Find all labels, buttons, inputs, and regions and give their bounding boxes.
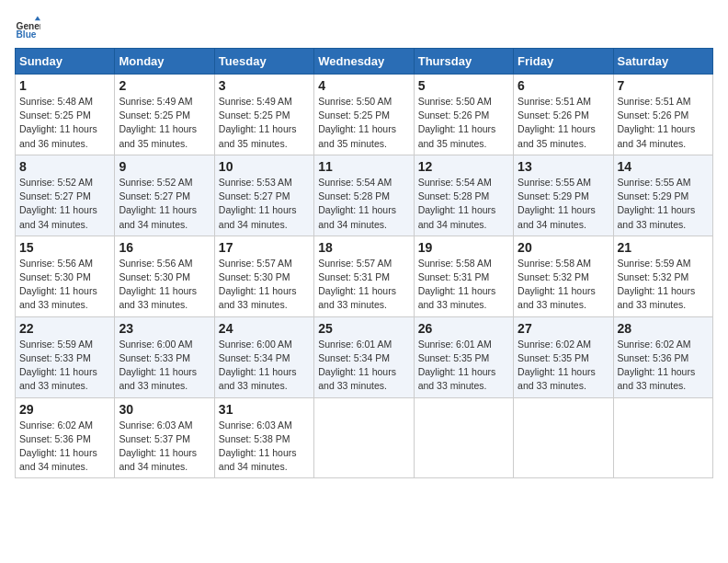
day-detail: Sunrise: 6:00 AMSunset: 5:33 PMDaylight:… [119, 339, 197, 392]
calendar-cell: 27 Sunrise: 6:02 AMSunset: 5:35 PMDaylig… [514, 316, 613, 397]
logo-icon: General Blue [15, 15, 40, 40]
calendar-week-2: 8 Sunrise: 5:52 AMSunset: 5:27 PMDayligh… [16, 155, 713, 236]
calendar-cell: 4 Sunrise: 5:50 AMSunset: 5:25 PMDayligh… [314, 75, 414, 155]
day-number: 11 [318, 159, 409, 174]
calendar-cell: 17 Sunrise: 5:57 AMSunset: 5:30 PMDaylig… [214, 236, 313, 316]
calendar-cell: 1 Sunrise: 5:48 AMSunset: 5:25 PMDayligh… [16, 75, 115, 155]
day-detail: Sunrise: 6:00 AMSunset: 5:34 PMDaylight:… [219, 339, 297, 392]
calendar-cell: 22 Sunrise: 5:59 AMSunset: 5:33 PMDaylig… [16, 316, 115, 397]
day-number: 31 [219, 402, 310, 417]
weekday-header-wednesday: Wednesday [314, 49, 414, 75]
logo: General Blue [15, 15, 44, 40]
day-detail: Sunrise: 6:02 AMSunset: 5:36 PMDaylight:… [19, 419, 97, 473]
calendar-cell: 9 Sunrise: 5:52 AMSunset: 5:27 PMDayligh… [115, 155, 214, 236]
calendar-cell: 11 Sunrise: 5:54 AMSunset: 5:28 PMDaylig… [314, 155, 414, 236]
day-detail: Sunrise: 5:48 AMSunset: 5:25 PMDaylight:… [19, 96, 97, 149]
calendar-week-4: 22 Sunrise: 5:59 AMSunset: 5:33 PMDaylig… [16, 316, 713, 397]
day-detail: Sunrise: 5:59 AMSunset: 5:33 PMDaylight:… [19, 339, 97, 392]
day-detail: Sunrise: 5:50 AMSunset: 5:26 PMDaylight:… [418, 96, 496, 149]
svg-text:Blue: Blue [17, 29, 37, 40]
day-detail: Sunrise: 6:03 AMSunset: 5:38 PMDaylight:… [219, 419, 297, 473]
calendar-cell: 5 Sunrise: 5:50 AMSunset: 5:26 PMDayligh… [414, 75, 513, 155]
day-number: 18 [318, 240, 409, 255]
day-detail: Sunrise: 5:57 AMSunset: 5:31 PMDaylight:… [318, 258, 396, 311]
day-number: 27 [518, 321, 609, 336]
calendar-cell: 23 Sunrise: 6:00 AMSunset: 5:33 PMDaylig… [115, 316, 214, 397]
page-header: General Blue [15, 15, 713, 40]
calendar-cell: 25 Sunrise: 6:01 AMSunset: 5:34 PMDaylig… [314, 316, 414, 397]
calendar-cell: 18 Sunrise: 5:57 AMSunset: 5:31 PMDaylig… [314, 236, 414, 316]
day-number: 9 [119, 159, 210, 174]
calendar-cell: 15 Sunrise: 5:56 AMSunset: 5:30 PMDaylig… [16, 236, 115, 316]
day-detail: Sunrise: 5:54 AMSunset: 5:28 PMDaylight:… [318, 177, 396, 230]
day-detail: Sunrise: 6:01 AMSunset: 5:34 PMDaylight:… [318, 339, 396, 392]
day-detail: Sunrise: 5:51 AMSunset: 5:26 PMDaylight:… [518, 96, 596, 149]
day-detail: Sunrise: 5:49 AMSunset: 5:25 PMDaylight:… [119, 96, 197, 149]
day-detail: Sunrise: 5:52 AMSunset: 5:27 PMDaylight:… [19, 177, 97, 230]
calendar-cell [314, 397, 414, 478]
calendar-cell: 26 Sunrise: 6:01 AMSunset: 5:35 PMDaylig… [414, 316, 513, 397]
calendar-cell: 8 Sunrise: 5:52 AMSunset: 5:27 PMDayligh… [16, 155, 115, 236]
day-number: 29 [19, 402, 110, 417]
calendar-cell: 16 Sunrise: 5:56 AMSunset: 5:30 PMDaylig… [115, 236, 214, 316]
calendar-cell [613, 397, 712, 478]
calendar-cell: 7 Sunrise: 5:51 AMSunset: 5:26 PMDayligh… [613, 75, 712, 155]
day-number: 28 [618, 321, 709, 336]
day-number: 6 [518, 78, 609, 93]
calendar-cell: 3 Sunrise: 5:49 AMSunset: 5:25 PMDayligh… [214, 75, 313, 155]
day-number: 21 [618, 240, 709, 255]
calendar-week-5: 29 Sunrise: 6:02 AMSunset: 5:36 PMDaylig… [16, 397, 713, 478]
day-number: 4 [318, 78, 409, 93]
day-number: 25 [318, 321, 409, 336]
calendar-cell: 12 Sunrise: 5:54 AMSunset: 5:28 PMDaylig… [414, 155, 513, 236]
weekday-header-saturday: Saturday [613, 49, 712, 75]
weekday-header-thursday: Thursday [414, 49, 513, 75]
day-number: 16 [119, 240, 210, 255]
day-detail: Sunrise: 6:02 AMSunset: 5:35 PMDaylight:… [518, 339, 596, 392]
calendar-cell: 30 Sunrise: 6:03 AMSunset: 5:37 PMDaylig… [115, 397, 214, 478]
day-detail: Sunrise: 5:56 AMSunset: 5:30 PMDaylight:… [19, 258, 97, 311]
day-number: 3 [219, 78, 310, 93]
day-detail: Sunrise: 5:59 AMSunset: 5:32 PMDaylight:… [618, 258, 696, 311]
day-number: 12 [418, 159, 509, 174]
calendar-week-3: 15 Sunrise: 5:56 AMSunset: 5:30 PMDaylig… [16, 236, 713, 316]
day-detail: Sunrise: 5:52 AMSunset: 5:27 PMDaylight:… [119, 177, 197, 230]
calendar-table: SundayMondayTuesdayWednesdayThursdayFrid… [15, 48, 713, 478]
day-detail: Sunrise: 5:50 AMSunset: 5:25 PMDaylight:… [318, 96, 396, 149]
calendar-cell: 2 Sunrise: 5:49 AMSunset: 5:25 PMDayligh… [115, 75, 214, 155]
day-number: 14 [618, 159, 709, 174]
day-number: 5 [418, 78, 509, 93]
day-number: 13 [518, 159, 609, 174]
day-detail: Sunrise: 6:02 AMSunset: 5:36 PMDaylight:… [618, 339, 696, 392]
day-detail: Sunrise: 5:49 AMSunset: 5:25 PMDaylight:… [219, 96, 297, 149]
day-number: 30 [119, 402, 210, 417]
day-number: 17 [219, 240, 310, 255]
day-detail: Sunrise: 6:03 AMSunset: 5:37 PMDaylight:… [119, 419, 197, 473]
day-number: 10 [219, 159, 310, 174]
day-detail: Sunrise: 5:56 AMSunset: 5:30 PMDaylight:… [119, 258, 197, 311]
svg-marker-2 [35, 17, 40, 21]
day-detail: Sunrise: 5:54 AMSunset: 5:28 PMDaylight:… [418, 177, 496, 230]
calendar-cell: 21 Sunrise: 5:59 AMSunset: 5:32 PMDaylig… [613, 236, 712, 316]
calendar-cell: 6 Sunrise: 5:51 AMSunset: 5:26 PMDayligh… [514, 75, 613, 155]
day-detail: Sunrise: 5:58 AMSunset: 5:32 PMDaylight:… [518, 258, 596, 311]
day-detail: Sunrise: 5:51 AMSunset: 5:26 PMDaylight:… [618, 96, 696, 149]
calendar-cell [514, 397, 613, 478]
day-number: 7 [618, 78, 709, 93]
day-number: 2 [119, 78, 210, 93]
day-number: 19 [418, 240, 509, 255]
calendar-cell [414, 397, 513, 478]
weekday-header-sunday: Sunday [16, 49, 115, 75]
calendar-cell: 24 Sunrise: 6:00 AMSunset: 5:34 PMDaylig… [214, 316, 313, 397]
day-detail: Sunrise: 5:58 AMSunset: 5:31 PMDaylight:… [418, 258, 496, 311]
weekday-header-monday: Monday [115, 49, 214, 75]
day-number: 15 [19, 240, 110, 255]
day-number: 22 [19, 321, 110, 336]
day-detail: Sunrise: 6:01 AMSunset: 5:35 PMDaylight:… [418, 339, 496, 392]
day-number: 24 [219, 321, 310, 336]
calendar-cell: 13 Sunrise: 5:55 AMSunset: 5:29 PMDaylig… [514, 155, 613, 236]
day-detail: Sunrise: 5:55 AMSunset: 5:29 PMDaylight:… [518, 177, 596, 230]
calendar-week-1: 1 Sunrise: 5:48 AMSunset: 5:25 PMDayligh… [16, 75, 713, 155]
day-number: 23 [119, 321, 210, 336]
day-number: 26 [418, 321, 509, 336]
